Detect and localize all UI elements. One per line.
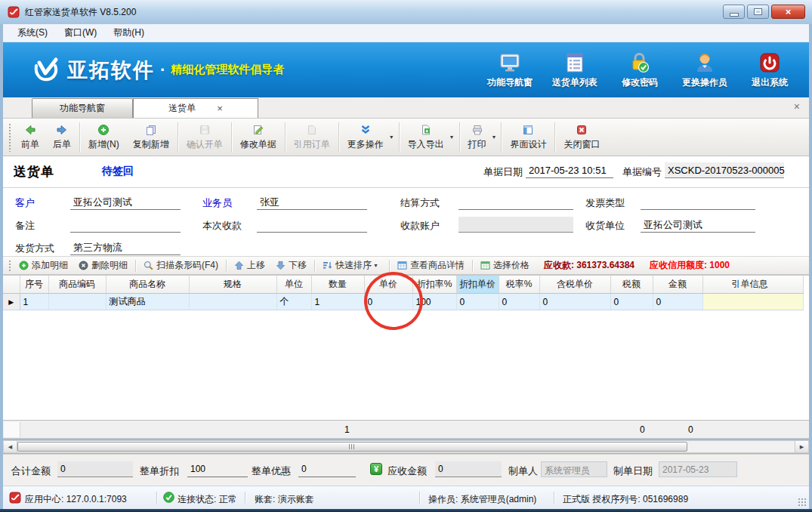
- col-discount-price[interactable]: 折扣单价: [456, 276, 499, 294]
- copy-new-button[interactable]: 复制新增: [126, 122, 176, 153]
- cell-seq[interactable]: 1: [20, 294, 48, 310]
- scroll-right-arrow[interactable]: ▶: [795, 441, 808, 452]
- banner-action-order-list[interactable]: 送货单列表: [546, 51, 604, 89]
- brand-name: 亚拓软件: [67, 57, 155, 84]
- cell-unit[interactable]: 个: [276, 294, 311, 310]
- payment-account-field[interactable]: [458, 217, 573, 233]
- col-product-code[interactable]: 商品编码: [48, 276, 106, 294]
- select-price-button[interactable]: 选择价格: [475, 259, 535, 272]
- col-amount[interactable]: 金额: [653, 276, 702, 294]
- invoice-type-field[interactable]: [641, 194, 755, 210]
- import-export-button[interactable]: 导入导出: [401, 122, 451, 153]
- brand-banner: 亚拓软件 · 精细化管理软件倡导者 功能导航窗 送货单列表: [3, 42, 809, 97]
- banner-action-nav-window[interactable]: 功能导航窗: [481, 51, 539, 89]
- prev-order-button[interactable]: 前单: [14, 122, 46, 153]
- banner-action-switch-operator[interactable]: 更换操作员: [676, 51, 733, 89]
- close-window-button[interactable]: 关闭窗口: [557, 122, 607, 153]
- move-up-button[interactable]: 上移: [229, 259, 270, 272]
- save-icon: [199, 124, 211, 136]
- status-badge: 待签回: [102, 165, 134, 178]
- delete-detail-button[interactable]: 删除明细: [73, 259, 133, 272]
- create-date-field: 2017-05-23: [659, 461, 737, 477]
- table-row[interactable]: ▶ 1 测试商品 个 1 0 100 0 0 0 0 0: [3, 294, 803, 310]
- scan-barcode-button[interactable]: 扫描条形码(F4): [138, 259, 224, 272]
- toolbar-separator: [338, 122, 339, 153]
- col-price-with-tax[interactable]: 含税单价: [539, 276, 610, 294]
- dropdown-arrow-icon[interactable]: ▼: [492, 134, 497, 140]
- print-button[interactable]: 打印: [462, 122, 493, 153]
- scroll-left-arrow[interactable]: ◀: [4, 441, 17, 452]
- settlement-field[interactable]: [458, 194, 573, 210]
- quick-sort-button[interactable]: 快速排序 ▼: [317, 259, 387, 272]
- dropdown-arrow-icon[interactable]: ▼: [389, 134, 394, 140]
- order-discount-field[interactable]: 100: [187, 461, 248, 477]
- detail-separator: [472, 260, 473, 272]
- cell-spec[interactable]: [189, 294, 276, 310]
- banner-action-exit[interactable]: 退出系统: [741, 51, 798, 89]
- delivery-method-field[interactable]: 第三方物流: [70, 239, 181, 255]
- title-bar: 红管家送货单软件 V8.5.200 ×: [0, 0, 812, 24]
- receiving-unit-field[interactable]: 亚拓公司测试: [641, 217, 755, 233]
- menu-window[interactable]: 窗口(W): [56, 24, 105, 42]
- total-amount-field[interactable]: 0: [57, 461, 133, 477]
- order-offer-field[interactable]: 0: [298, 461, 356, 477]
- cell-ref-info[interactable]: [702, 294, 803, 310]
- sort-icon: [323, 261, 332, 270]
- detail-toolbar-grip[interactable]: [8, 260, 11, 272]
- tab-delivery-order[interactable]: 送货单 ×: [133, 98, 258, 118]
- toolbar-grip[interactable]: [8, 123, 12, 152]
- col-quantity[interactable]: 数量: [311, 276, 364, 294]
- tabstrip-close-icon[interactable]: ×: [794, 101, 800, 112]
- banner-action-label: 更换操作员: [682, 76, 727, 89]
- receivable-amount-field[interactable]: 0: [435, 461, 502, 477]
- close-button[interactable]: ×: [771, 5, 805, 19]
- view-product-detail-button[interactable]: 查看商品详情: [392, 259, 470, 272]
- col-seq[interactable]: 序号: [20, 276, 48, 294]
- minimize-button[interactable]: [723, 5, 745, 19]
- cell-tax[interactable]: 0: [610, 294, 653, 310]
- dropdown-arrow-icon[interactable]: ▼: [449, 134, 455, 140]
- summary-quantity: 1: [344, 424, 350, 435]
- date-field[interactable]: 2017-05-23 10:51: [526, 162, 613, 178]
- scrollbar-thumb[interactable]: [17, 442, 687, 452]
- current-payment-field[interactable]: [257, 217, 367, 233]
- cell-product-code[interactable]: [48, 294, 106, 310]
- col-spec[interactable]: 规格: [189, 276, 276, 294]
- tab-nav-window[interactable]: 功能导航窗: [32, 98, 133, 118]
- col-ref-info[interactable]: 引单信息: [702, 276, 803, 294]
- col-discount-rate[interactable]: 折扣率%: [412, 276, 456, 294]
- col-tax[interactable]: 税额: [610, 276, 653, 294]
- more-actions-button[interactable]: 更多操作: [341, 122, 391, 153]
- menu-help[interactable]: 帮助(H): [105, 24, 153, 42]
- col-unit-price[interactable]: 单价: [364, 276, 412, 294]
- add-detail-button[interactable]: 添加明细: [14, 259, 73, 272]
- cell-discount-price[interactable]: 0: [456, 294, 499, 310]
- remark-field[interactable]: [70, 217, 181, 233]
- yen-icon[interactable]: ¥: [370, 463, 382, 475]
- salesman-field[interactable]: 张亚: [257, 194, 367, 210]
- move-down-button[interactable]: 下移: [270, 259, 312, 272]
- cell-discount-rate[interactable]: 100: [412, 294, 456, 310]
- resize-grip[interactable]: [798, 498, 807, 507]
- status-separator: [245, 492, 245, 504]
- customer-field[interactable]: 亚拓公司测试: [70, 194, 181, 210]
- tab-close-icon[interactable]: ×: [217, 103, 223, 113]
- maximize-button[interactable]: [747, 5, 769, 19]
- banner-action-change-password[interactable]: 修改密码: [611, 51, 668, 89]
- menu-system[interactable]: 系统(S): [9, 24, 56, 42]
- next-order-button[interactable]: 后单: [46, 122, 78, 153]
- col-tax-rate[interactable]: 税率%: [499, 276, 539, 294]
- horizontal-scrollbar[interactable]: ◀ ▶: [3, 440, 809, 453]
- new-button[interactable]: 新增(N): [82, 122, 126, 153]
- cell-quantity[interactable]: 1: [311, 294, 364, 310]
- ui-design-button[interactable]: 界面设计: [503, 122, 553, 153]
- cell-price-with-tax[interactable]: 0: [539, 294, 610, 310]
- col-unit[interactable]: 单位: [276, 276, 311, 294]
- window-title: 红管家送货单软件 V8.5.200: [25, 6, 136, 19]
- modify-order-button[interactable]: 修改单据: [233, 122, 283, 153]
- col-product-name[interactable]: 商品名称: [106, 276, 189, 294]
- cell-unit-price[interactable]: 0: [364, 294, 412, 310]
- cell-tax-rate[interactable]: 0: [499, 294, 539, 310]
- cell-product-name[interactable]: 测试商品: [106, 294, 189, 310]
- cell-amount[interactable]: 0: [653, 294, 702, 310]
